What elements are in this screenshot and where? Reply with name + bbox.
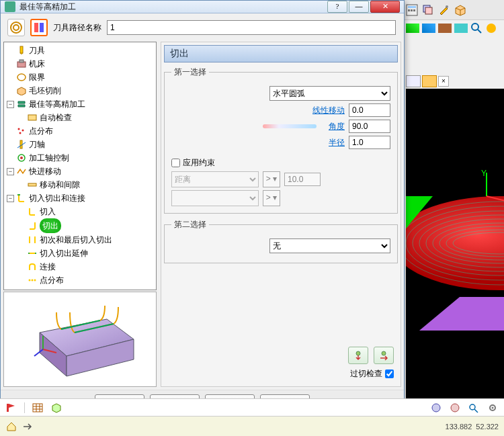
leadout-icon bbox=[27, 221, 38, 230]
flag-icon[interactable] bbox=[5, 402, 17, 413]
move-icon bbox=[27, 180, 38, 189]
panel-title: 切出 bbox=[164, 45, 398, 62]
shade-icon[interactable] bbox=[485, 22, 497, 34]
tree-label[interactable]: 初次和最后切入切出 bbox=[40, 233, 112, 247]
tree-label[interactable]: 点分布 bbox=[40, 273, 64, 287]
linear-move-label[interactable]: 线性移动 bbox=[312, 105, 345, 116]
angle-input[interactable] bbox=[349, 120, 390, 133]
radius-input[interactable] bbox=[349, 136, 390, 149]
tree-label-selected[interactable]: 切出 bbox=[40, 218, 61, 233]
gouge-check-checkbox[interactable] bbox=[385, 369, 394, 378]
tree-label[interactable]: 切入 bbox=[40, 205, 56, 218]
sphere2-icon[interactable] bbox=[449, 402, 461, 413]
vp-close[interactable]: × bbox=[438, 76, 449, 87]
close-button[interactable]: ✕ bbox=[370, 1, 400, 13]
svg-point-9 bbox=[487, 24, 496, 33]
vp-tab-1[interactable] bbox=[406, 75, 421, 87]
color-cyan[interactable] bbox=[454, 24, 468, 33]
cube-icon[interactable] bbox=[50, 402, 62, 413]
second-choice-type-select[interactable]: 无 bbox=[269, 238, 390, 253]
points-icon bbox=[16, 126, 27, 136]
copy-leadin-button[interactable] bbox=[348, 347, 368, 364]
toolpath-name-input[interactable] bbox=[107, 20, 396, 35]
svg-rect-50 bbox=[33, 404, 42, 412]
tree-label[interactable]: 快进移动 bbox=[29, 165, 61, 178]
tree-label[interactable]: 点分布 bbox=[29, 124, 53, 138]
svg-rect-28 bbox=[20, 46, 23, 53]
rapid-icon bbox=[16, 167, 27, 176]
display-mode-strip bbox=[406, 21, 504, 35]
angle-label[interactable]: 角度 bbox=[329, 121, 345, 132]
second-choice-group: 第二选择 无 bbox=[164, 219, 398, 263]
tree-label[interactable]: 限界 bbox=[29, 71, 45, 84]
svg-point-7 bbox=[446, 5, 448, 8]
sphere-icon[interactable] bbox=[430, 402, 442, 413]
tools-icon[interactable] bbox=[438, 4, 450, 16]
svg-rect-30 bbox=[19, 60, 24, 62]
radius-label[interactable]: 半径 bbox=[329, 137, 345, 148]
first-choice-type-select[interactable]: 水平圆弧 bbox=[269, 86, 390, 101]
tree-label[interactable]: 最佳等高精加工 bbox=[29, 97, 85, 111]
dialog-titlebar[interactable]: 最佳等高精加工 ? — ✕ bbox=[1, 1, 404, 13]
link-icon bbox=[27, 262, 38, 271]
calc-icon[interactable] bbox=[406, 4, 418, 16]
strategy-icon-button-2[interactable] bbox=[30, 19, 48, 36]
tree-label[interactable]: 机床 bbox=[29, 57, 45, 71]
app-toolbar bbox=[403, 0, 504, 20]
strategy-dialog: 最佳等高精加工 ? — ✕ 刀具路径名称 刀具 机床 限界 bbox=[0, 0, 405, 416]
svg-marker-49 bbox=[9, 404, 15, 408]
settings-tree[interactable]: 刀具 机床 限界 毛坯切削 −最佳等高精加工 自动检查 点分布 刀轴 加工轴控制 bbox=[3, 42, 157, 290]
grid-icon[interactable] bbox=[32, 402, 44, 413]
svg-rect-48 bbox=[7, 404, 9, 412]
expand-toggle[interactable]: − bbox=[7, 168, 14, 175]
expand-toggle[interactable]: − bbox=[7, 101, 14, 108]
tree-label[interactable]: 毛坯切削 bbox=[29, 84, 61, 97]
svg-point-55 bbox=[492, 406, 494, 408]
home-icon[interactable] bbox=[5, 421, 17, 432]
expand-toggle[interactable]: − bbox=[7, 195, 14, 202]
svg-point-47 bbox=[382, 351, 386, 355]
svg-rect-3 bbox=[411, 9, 413, 11]
tree-label[interactable]: 自动检查 bbox=[40, 111, 72, 124]
help-button[interactable]: ? bbox=[327, 1, 347, 13]
svg-point-8 bbox=[472, 24, 478, 30]
color-blue[interactable] bbox=[422, 24, 435, 33]
search-icon[interactable] bbox=[470, 22, 482, 34]
layers-icon[interactable] bbox=[422, 4, 434, 16]
copy-leadout-button[interactable] bbox=[374, 347, 394, 364]
angle-slider[interactable] bbox=[263, 124, 317, 128]
minimize-button[interactable]: — bbox=[349, 1, 369, 13]
axis-y-label: Y bbox=[481, 169, 487, 178]
tree-label[interactable]: 刀具 bbox=[29, 44, 45, 57]
secondary-toolbar bbox=[0, 398, 504, 416]
svg-point-25 bbox=[13, 25, 19, 30]
tree-label[interactable]: 刀轴 bbox=[29, 138, 45, 151]
svg-rect-32 bbox=[28, 115, 36, 120]
axis-icon bbox=[16, 140, 27, 149]
box-icon[interactable] bbox=[454, 4, 466, 16]
color-green[interactable] bbox=[406, 24, 419, 33]
arrow-icon[interactable] bbox=[22, 421, 34, 432]
constraint-op-button-2: > ▾ bbox=[263, 190, 280, 206]
tree-label[interactable]: 加工轴控制 bbox=[29, 151, 69, 165]
linear-move-input[interactable] bbox=[349, 103, 390, 117]
3d-viewport[interactable]: Y X bbox=[406, 89, 504, 409]
status-value-1: 133.882 bbox=[446, 423, 472, 431]
tree-label[interactable]: 连接 bbox=[40, 260, 56, 273]
color-brown[interactable] bbox=[438, 24, 452, 33]
status-bar: 133.882 52.322 bbox=[0, 416, 504, 436]
stock-icon bbox=[16, 86, 27, 95]
zoom-icon[interactable] bbox=[468, 402, 480, 413]
viewport-tabs: × bbox=[406, 74, 449, 89]
tree-label[interactable]: 切入切出和连接 bbox=[29, 191, 85, 205]
strategy-icon bbox=[16, 99, 27, 109]
leads-icon bbox=[16, 193, 27, 203]
tree-label[interactable]: 切入切出延伸 bbox=[40, 247, 88, 260]
svg-rect-39 bbox=[28, 183, 36, 186]
vp-tab-2[interactable] bbox=[422, 75, 437, 87]
strategy-icon-button-1[interactable] bbox=[7, 19, 25, 36]
first-choice-group: 第一选择 水平圆弧 线性移动 角度 bbox=[164, 67, 398, 214]
gear-icon[interactable] bbox=[487, 402, 499, 413]
tree-label[interactable]: 移动和间隙 bbox=[40, 178, 80, 191]
apply-constraint-checkbox[interactable] bbox=[171, 159, 180, 167]
